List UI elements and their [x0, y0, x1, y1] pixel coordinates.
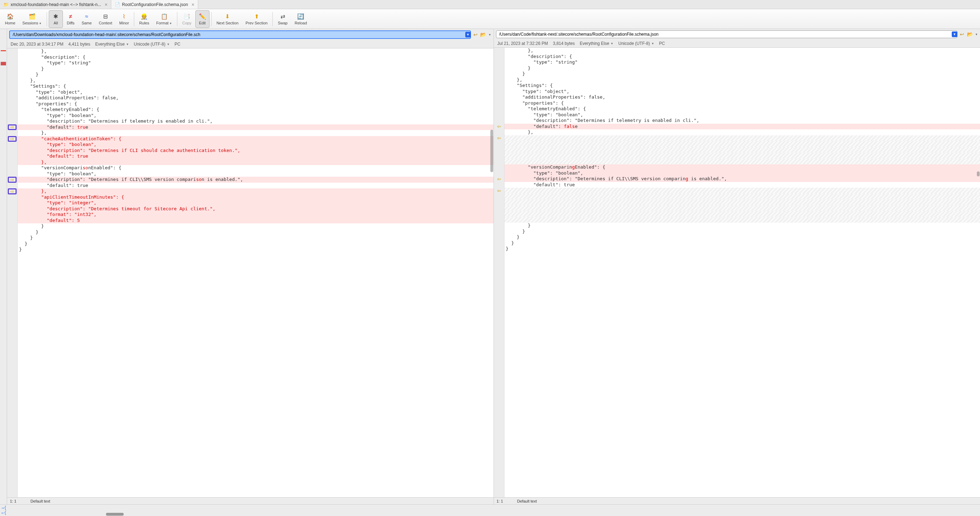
code-line[interactable]: } — [504, 65, 980, 72]
path-input[interactable] — [496, 30, 958, 38]
encoding-type-selector[interactable]: Everything Else▼ — [95, 42, 129, 47]
code-line[interactable]: }, — [18, 159, 493, 166]
copy-left-arrow-icon[interactable]: ⇦ — [494, 124, 504, 130]
recent-icon[interactable]: ↩ — [473, 32, 479, 38]
code-line[interactable]: "default": false — [504, 124, 980, 130]
context-button[interactable]: ⊟Context — [96, 10, 116, 28]
code-line[interactable]: "description": "Determines if telemetry … — [504, 118, 980, 124]
tab-file[interactable]: 📄 RootConfigurationFile.schema.json × — [111, 0, 198, 9]
code-line[interactable]: } — [504, 240, 980, 246]
code-line[interactable]: }, — [504, 129, 980, 135]
dropdown-icon[interactable]: ▼ — [488, 33, 492, 37]
code-line[interactable]: "default": true — [504, 182, 980, 188]
code-line[interactable]: } — [18, 229, 493, 236]
language-mode[interactable]: Default text — [517, 499, 537, 503]
sessions-button[interactable]: 🗂️Sessions▼ — [19, 10, 45, 28]
copy-right-arrow-icon[interactable]: ⇨ — [8, 124, 17, 131]
code-line[interactable]: } — [504, 71, 980, 77]
code-line[interactable] — [504, 159, 980, 165]
rules-button[interactable]: 👷Rules — [136, 10, 152, 28]
code-line[interactable]: "versionComparisonEnabled": { — [18, 165, 493, 171]
overview-ruler[interactable] — [0, 29, 7, 504]
code-line[interactable]: "format": "int32", — [18, 212, 493, 218]
code-line[interactable]: "additionalProperties": false, — [504, 94, 980, 100]
code-line[interactable]: } — [18, 66, 493, 72]
code-line[interactable]: "description": "Determines timeout for S… — [18, 206, 493, 212]
code-line[interactable]: } — [18, 235, 493, 241]
code-line[interactable] — [504, 217, 980, 223]
code-line[interactable]: } — [504, 246, 980, 252]
code-line[interactable]: "telemetryEnabled": { — [504, 106, 980, 112]
code-line[interactable] — [504, 194, 980, 200]
code-line[interactable]: "type": "object", — [18, 89, 493, 96]
code-line[interactable]: "properties": { — [18, 101, 493, 107]
encoding-selector[interactable]: Unicode (UTF-8)▼ — [134, 42, 170, 47]
code-line[interactable]: "description": "Determines if CLI should… — [18, 148, 493, 154]
copy-right-arrow-icon[interactable]: ⇨ — [8, 136, 17, 142]
code-line[interactable]: "description": "Determines if CLI\\SMS v… — [18, 177, 493, 183]
code-line[interactable]: "description": { — [18, 54, 493, 61]
code-line[interactable]: } — [504, 223, 980, 229]
code-line[interactable] — [504, 199, 980, 205]
code-line[interactable]: }, — [504, 48, 980, 54]
code-line[interactable] — [504, 205, 980, 211]
code-line[interactable] — [504, 147, 980, 153]
dropdown-icon[interactable]: ▼ — [975, 33, 978, 36]
code-line[interactable]: } — [504, 234, 980, 240]
reload-button[interactable]: 🔄Reload — [291, 10, 310, 28]
code-line[interactable]: "description": { — [504, 54, 980, 60]
encoding-type-selector[interactable]: Everything Else▼ — [580, 41, 613, 46]
code-line[interactable]: "type": "string" — [18, 60, 493, 66]
code-line[interactable]: "type": "boolean", — [18, 113, 493, 119]
code-line[interactable] — [504, 188, 980, 194]
close-icon[interactable]: × — [105, 2, 107, 8]
code-line[interactable]: "type": "integer", — [18, 200, 493, 206]
path-dropdown[interactable]: ▼ — [952, 32, 958, 37]
code-line[interactable]: "default": true — [18, 124, 493, 131]
code-line[interactable]: "type": "string" — [504, 59, 980, 65]
code-line[interactable]: "versionComparingEnabled": { — [504, 164, 980, 170]
code-line[interactable]: "type": "boolean", — [18, 142, 493, 148]
code-line[interactable]: "type": "boolean", — [504, 112, 980, 118]
same-button[interactable]: ≈Same — [78, 10, 95, 28]
next-section-button[interactable]: ⬇Next Section — [213, 10, 242, 28]
copy-left-arrow-icon[interactable]: ⇦ — [494, 135, 504, 142]
code-line[interactable]: "description": "Determines if CLI\\SMS v… — [504, 176, 980, 182]
copy-left-arrow-icon[interactable]: ⇦ — [494, 188, 504, 194]
code-line[interactable] — [504, 141, 980, 147]
close-icon[interactable]: × — [191, 2, 194, 8]
code-line[interactable]: "telemetryEnabled": { — [18, 107, 493, 113]
recent-icon[interactable]: ↩ — [959, 31, 965, 37]
prev-section-button[interactable]: ⬆Prev Section — [242, 10, 270, 28]
edit-button[interactable]: ✏️Edit — [196, 10, 210, 28]
copy-right-arrow-icon[interactable]: ⇨ — [8, 188, 17, 194]
encoding-selector[interactable]: Unicode (UTF-8)▼ — [618, 41, 654, 46]
copy-left-arrow-icon[interactable]: ⇦ — [494, 176, 504, 182]
code-line[interactable]: }, — [504, 77, 980, 83]
code-line[interactable]: }, — [18, 188, 493, 194]
code-line[interactable]: "Settings": { — [18, 83, 493, 89]
home-button[interactable]: 🏠Home — [2, 10, 18, 28]
scrollbar-vertical[interactable] — [977, 171, 980, 176]
code-line[interactable] — [504, 153, 980, 159]
swap-button[interactable]: ⇄Swap — [275, 10, 291, 28]
code-line[interactable]: "type": "object", — [504, 89, 980, 95]
code-line[interactable]: "type": "boolean", — [18, 171, 493, 177]
browse-folder-icon[interactable]: 📂 — [967, 31, 973, 37]
path-dropdown[interactable]: ▼ — [465, 32, 471, 37]
code-line[interactable]: }, — [18, 130, 493, 136]
code-line[interactable]: "default": true — [18, 153, 493, 159]
copy-right-arrow-icon[interactable]: ⇨ — [8, 177, 17, 183]
code-line[interactable]: }, — [18, 78, 493, 84]
code-line[interactable]: "Settings": { — [504, 83, 980, 89]
code-line[interactable]: } — [18, 72, 493, 78]
code-line[interactable]: } — [18, 247, 493, 253]
code-line[interactable]: "default": 5 — [18, 218, 493, 224]
minor-button[interactable]: ⌇Minor — [116, 10, 132, 28]
code-line[interactable]: } — [18, 223, 493, 229]
code-line[interactable]: "description": "Determines if telemetry … — [18, 118, 493, 124]
diffs-button[interactable]: ≠Diffs — [64, 10, 78, 28]
code-line[interactable] — [504, 135, 980, 142]
language-mode[interactable]: Default text — [30, 499, 50, 503]
code-line[interactable]: "type": "boolean", — [504, 170, 980, 176]
